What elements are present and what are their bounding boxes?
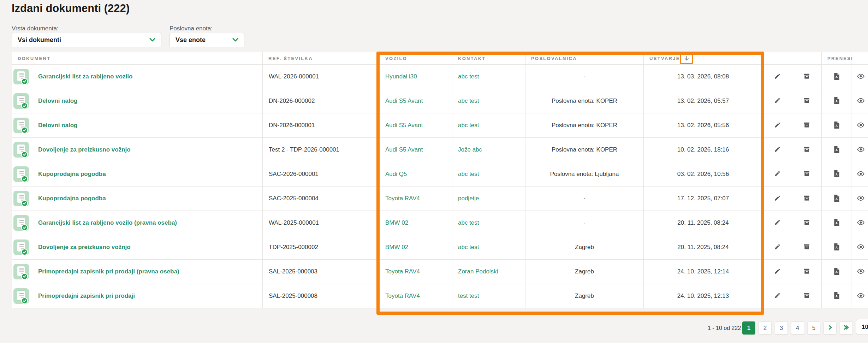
header-office[interactable]: POSLOVALNICA	[525, 52, 644, 65]
contact-link[interactable]: Zoran Podolski	[458, 268, 498, 275]
header-empty-archive	[792, 52, 822, 65]
eye-icon	[857, 244, 864, 251]
header-vehicle[interactable]: VOZILO	[380, 52, 452, 65]
edit-button[interactable]	[773, 242, 782, 253]
document-link[interactable]: Kupoprodajna pogodba	[38, 171, 106, 178]
archive-button[interactable]	[802, 218, 811, 228]
contact-link[interactable]: abc test	[458, 122, 479, 129]
office-cell: Poslovna enota: KOPER	[525, 113, 644, 138]
document-link[interactable]: Delovni nalog	[38, 122, 77, 129]
edit-button[interactable]	[773, 218, 782, 228]
download-pdf-button[interactable]	[832, 169, 841, 180]
last-page-button[interactable]	[840, 321, 853, 335]
page-button-5[interactable]: 5	[807, 321, 820, 335]
per-page-select[interactable]: 10	[856, 319, 868, 335]
download-pdf-button[interactable]	[832, 266, 841, 277]
document-link[interactable]: Dovoljenje za preizkusno vožnjo	[38, 244, 131, 251]
pdf-file-icon	[833, 268, 840, 276]
download-pdf-button[interactable]	[832, 71, 841, 82]
archive-button[interactable]	[802, 144, 811, 155]
preview-button[interactable]	[856, 170, 866, 179]
document-link[interactable]: Kupoprodajna pogodba	[38, 195, 106, 202]
contact-link[interactable]: test test	[458, 292, 479, 299]
download-pdf-button[interactable]	[832, 120, 841, 131]
preview-button[interactable]	[856, 243, 866, 252]
business-unit-select[interactable]: Vse enote	[170, 33, 244, 47]
vehicle-link[interactable]: Hyundai i30	[385, 73, 417, 80]
archive-button[interactable]	[802, 169, 811, 179]
header-contact[interactable]: KONTAKT	[452, 52, 525, 65]
contact-link[interactable]: podjetje	[458, 195, 479, 202]
vehicle-link[interactable]: Audi S5 Avant	[385, 122, 423, 129]
preview-button[interactable]	[856, 291, 866, 301]
preview-button[interactable]	[856, 72, 866, 82]
document-link[interactable]: Primopredajni zapisnik pri prodaji (prav…	[38, 268, 179, 275]
archive-button[interactable]	[802, 71, 811, 82]
pencil-icon	[774, 195, 781, 202]
next-page-button[interactable]	[824, 321, 837, 335]
download-pdf-button[interactable]	[832, 291, 841, 302]
header-created[interactable]: USTVARJENO	[644, 52, 763, 65]
document-status-icon	[13, 264, 29, 279]
edit-button[interactable]	[773, 71, 782, 82]
contact-link[interactable]: abc test	[458, 244, 479, 250]
archive-button[interactable]	[802, 266, 811, 277]
table-row: Garancijski list za rabljeno vozilo (pra…	[12, 211, 868, 235]
download-pdf-button[interactable]	[832, 96, 841, 107]
pencil-icon	[774, 122, 781, 129]
created-sort-button[interactable]	[680, 53, 693, 64]
archive-button[interactable]	[802, 291, 811, 301]
archive-button[interactable]	[802, 242, 811, 253]
edit-button[interactable]	[773, 291, 782, 301]
document-link[interactable]: Garancijski list za rabljeno vozilo (pra…	[38, 219, 177, 226]
preview-button[interactable]	[856, 218, 866, 228]
document-link[interactable]: Primopredajni zapisnik pri prodaji	[38, 292, 135, 300]
contact-link[interactable]: Jože abc	[458, 146, 482, 153]
archive-button[interactable]	[802, 193, 811, 204]
header-ref-number[interactable]: REF. ŠTEVILKA	[263, 52, 380, 65]
download-pdf-button[interactable]	[832, 218, 841, 229]
vehicle-link[interactable]: Toyota RAV4	[385, 292, 420, 299]
vehicle-link[interactable]: Toyota RAV4	[385, 268, 420, 275]
edit-button[interactable]	[773, 120, 782, 131]
edit-button[interactable]	[773, 193, 782, 204]
document-link[interactable]: Delovni nalog	[38, 97, 77, 105]
page-button-3[interactable]: 3	[775, 321, 788, 335]
page-button-4[interactable]: 4	[791, 321, 804, 335]
contact-link[interactable]: abc test	[458, 219, 479, 226]
edit-button[interactable]	[773, 169, 782, 179]
download-pdf-button[interactable]	[832, 193, 841, 204]
office-cell: -	[525, 211, 644, 235]
header-document[interactable]: DOKUMENT	[12, 52, 263, 65]
contact-link[interactable]: abc test	[458, 171, 479, 177]
download-pdf-button[interactable]	[832, 144, 841, 155]
preview-button[interactable]	[856, 267, 866, 277]
contact-link[interactable]: abc test	[458, 97, 479, 104]
check-circle-icon	[21, 249, 28, 255]
vehicle-link[interactable]: Audi Q5	[385, 171, 407, 177]
preview-button[interactable]	[856, 145, 866, 155]
edit-button[interactable]	[773, 96, 782, 106]
vehicle-link[interactable]: Toyota RAV4	[385, 195, 420, 202]
edit-button[interactable]	[773, 144, 782, 155]
vehicle-link[interactable]: Audi S5 Avant	[385, 97, 423, 104]
chevron-down-icon	[149, 37, 155, 43]
document-link[interactable]: Garancijski list za rabljeno vozilo	[38, 73, 132, 80]
document-link[interactable]: Dovoljenje za preizkusno vožnjo	[38, 146, 131, 153]
archive-icon	[803, 268, 810, 276]
preview-button[interactable]	[856, 96, 866, 106]
archive-button[interactable]	[802, 96, 811, 106]
download-pdf-button[interactable]	[832, 242, 841, 253]
edit-button[interactable]	[773, 266, 782, 277]
page-button-1[interactable]: 1	[742, 321, 755, 335]
page-button-2[interactable]: 2	[759, 321, 772, 335]
preview-button[interactable]	[856, 194, 866, 203]
vehicle-link[interactable]: BMW 02	[385, 244, 408, 250]
preview-button[interactable]	[856, 121, 866, 130]
archive-button[interactable]	[802, 120, 811, 131]
table-row: Delovni nalog DN-2026-000001 Audi S5 Ava…	[12, 113, 868, 138]
vehicle-link[interactable]: BMW 02	[385, 219, 408, 226]
document-type-select[interactable]: Vsi dokumenti	[12, 33, 161, 47]
vehicle-link[interactable]: Audi S5 Avant	[385, 146, 423, 153]
contact-link[interactable]: abc test	[458, 73, 479, 80]
